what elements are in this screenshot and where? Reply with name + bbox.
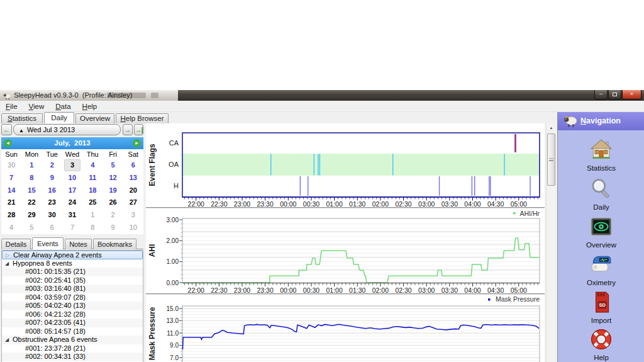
event-row[interactable]: #008: 05:14:57 (18) [2, 327, 143, 336]
calendar-day[interactable]: 23 [42, 196, 62, 209]
tree-expanded-icon[interactable]: ◢ [5, 259, 11, 268]
panel-tab-details[interactable]: Details [1, 239, 31, 249]
scrollbar-thumb[interactable] [547, 133, 555, 186]
chart-splitter-2[interactable] [146, 293, 545, 295]
calendar-day[interactable]: 28 [1, 209, 21, 222]
event-row[interactable]: #005: 04:02:40 (13) [2, 302, 143, 310]
charts-canvas[interactable]: CAOAH22:0022:3023:0023:3000:0000:3001:00… [146, 123, 545, 362]
menu-view[interactable]: View [23, 101, 50, 111]
event-flags-chart[interactable]: CAOAH22:0022:3023:0023:3000:0000:3001:00… [148, 133, 540, 208]
scrollbar-up-arrow[interactable]: ▲ [547, 124, 555, 132]
event-row[interactable]: ◢Obstructive Apnea 6 events [2, 336, 143, 344]
title-bar[interactable]: SleepyHead v0.9.3-0 (Profile: Ainsley) –… [0, 90, 644, 101]
calendar-day[interactable]: 4 [1, 222, 21, 234]
nav-item-label: Import [558, 317, 644, 324]
calendar-day[interactable]: 2 [103, 209, 123, 222]
panel-tab-events[interactable]: Events [32, 237, 64, 249]
calendar-day[interactable]: 10 [123, 222, 143, 234]
calendar-day[interactable]: 24 [62, 196, 82, 209]
nav-item-help[interactable]: Help [558, 328, 644, 361]
panel-tab-bookmarks[interactable]: Bookmarks [93, 239, 136, 249]
calendar-day[interactable]: 9 [103, 222, 123, 234]
calendar-day[interactable]: 22 [21, 196, 42, 209]
calendar-next-month-button[interactable]: ▶ [133, 139, 141, 147]
calendar-day[interactable]: 19 [103, 184, 123, 197]
tab-overview[interactable]: Overview [75, 113, 114, 123]
calendar-day[interactable]: 6 [123, 159, 143, 172]
menu-data[interactable]: Data [50, 101, 76, 111]
calendar-day[interactable]: 25 [82, 196, 103, 209]
minimize-button[interactable]: – [594, 90, 608, 99]
close-button[interactable]: × [622, 90, 641, 99]
calendar-day[interactable]: 20 [123, 184, 143, 197]
event-row[interactable]: #006: 04:21:32 (28) [2, 310, 143, 319]
calendar-day[interactable]: 5 [103, 159, 123, 172]
next-day-button[interactable]: → [123, 124, 133, 135]
event-row[interactable]: #002: 00:34:31 (33) [2, 353, 143, 361]
calendar-day[interactable]: 11 [82, 172, 103, 184]
nav-item-overview[interactable]: Overview [558, 215, 644, 249]
calendar-day[interactable]: 3 [62, 159, 82, 172]
chart-splitter-1[interactable] [146, 207, 545, 208]
calendar-dayname: Mon [21, 149, 42, 159]
calendar-day[interactable]: 12 [103, 172, 123, 184]
tree-collapsed-icon[interactable]: ▷ [6, 251, 12, 260]
event-row[interactable]: #007: 04:23:05 (41) [2, 319, 143, 327]
calendar-day[interactable]: 30 [42, 209, 62, 222]
calendar-day[interactable]: 18 [82, 184, 103, 197]
calendar-day[interactable]: 8 [82, 222, 103, 234]
calendar-day[interactable]: 27 [123, 196, 143, 209]
calendar-day[interactable]: 5 [21, 222, 42, 234]
event-row-label: #008: 05:14:57 (18) [25, 327, 86, 336]
calendar-day[interactable]: 13 [123, 172, 143, 184]
menu-file[interactable]: File [0, 101, 23, 111]
tab-statistics[interactable]: Statistics [1, 113, 43, 123]
calendar-day[interactable]: 29 [21, 209, 42, 222]
calendar-day[interactable]: 9 [42, 172, 62, 184]
calendar-day[interactable]: 2 [42, 159, 62, 172]
calendar-day[interactable]: 30 [1, 159, 21, 172]
calendar-prev-month-button[interactable]: ◀ [4, 139, 12, 147]
event-row[interactable]: #004: 03:59:07 (28) [2, 293, 143, 302]
calendar: July, 2013 ◀ ▶ SunMonTueWedThuFriSat 301… [1, 137, 143, 234]
calendar-day[interactable]: 15 [21, 184, 42, 197]
event-row[interactable]: #003: 03:16:40 (81) [2, 285, 143, 293]
tab-daily[interactable]: Daily [44, 112, 74, 123]
event-row[interactable]: ▷Clear Airway Apnea 2 events [2, 251, 143, 259]
calendar-day[interactable]: 4 [82, 159, 103, 172]
calendar-day[interactable]: 1 [21, 159, 42, 172]
event-row[interactable]: #001: 00:15:35 (21) [2, 268, 143, 276]
mask-pressure-chart[interactable]: 15.013.011.09.07.0Mask PressureMask Pres… [148, 295, 540, 362]
calendar-day[interactable]: 10 [62, 172, 82, 184]
calendar-day[interactable]: 1 [82, 209, 103, 222]
last-day-button[interactable]: →| [134, 124, 143, 135]
event-row[interactable]: #001: 23:37:28 (21) [2, 344, 143, 353]
nav-item-daily[interactable]: Daily [558, 178, 644, 211]
ahi-chart[interactable]: 0.001.002.003.0022:0022:3023:0023:3000:0… [148, 210, 540, 294]
calendar-day[interactable]: 16 [42, 184, 62, 197]
tree-expanded-icon[interactable]: ◢ [5, 336, 11, 344]
date-dropdown[interactable]: ▲Wed Jul 3 2013 [13, 124, 121, 135]
calendar-dayname: Thu [82, 149, 103, 159]
prev-day-button[interactable]: ← [1, 124, 12, 135]
chart-scrollbar[interactable]: ▲ [546, 123, 555, 362]
calendar-day[interactable]: 6 [42, 222, 62, 234]
calendar-day[interactable]: 14 [1, 184, 21, 197]
nav-item-import[interactable]: SDImport [558, 291, 644, 324]
nav-item-oximetry[interactable]: Oximetry [558, 253, 644, 286]
panel-tab-notes[interactable]: Notes [65, 239, 92, 249]
calendar-day[interactable]: 31 [62, 209, 82, 222]
menu-help[interactable]: Help [77, 101, 103, 111]
calendar-day[interactable]: 26 [103, 196, 123, 209]
calendar-day[interactable]: 8 [21, 172, 42, 184]
event-row[interactable]: #002: 00:25:41 (35) [2, 276, 143, 285]
restore-button[interactable] [608, 90, 621, 99]
calendar-day[interactable]: 3 [123, 209, 143, 222]
calendar-day[interactable]: 17 [62, 184, 82, 197]
calendar-day[interactable]: 7 [62, 222, 82, 234]
nav-item-statistics[interactable]: Statistics [558, 139, 644, 172]
tab-help-browser[interactable]: Help Browser [116, 113, 169, 123]
event-row[interactable]: ◢Hypopnea 8 events [2, 259, 143, 268]
calendar-day[interactable]: 7 [1, 172, 21, 184]
calendar-day[interactable]: 21 [1, 196, 21, 209]
